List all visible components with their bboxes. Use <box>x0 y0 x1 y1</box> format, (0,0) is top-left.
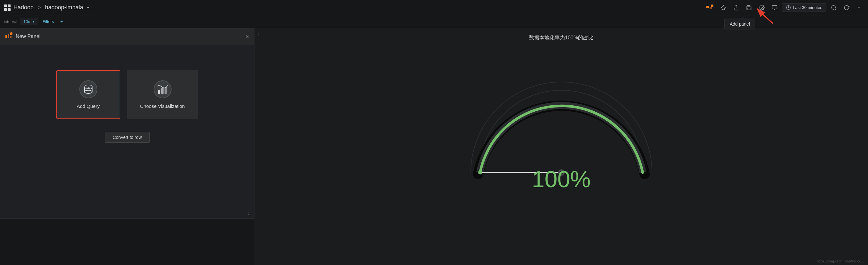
svg-rect-5 <box>710 7 712 9</box>
time-label: Last 30 minutes <box>793 5 822 10</box>
top-nav: Hadoop > hadoop-impala ▾ + <box>0 0 868 16</box>
nav-separator: > <box>37 4 41 11</box>
convert-to-row-button[interactable]: Convert to row <box>105 132 150 143</box>
choose-visualization-label: Choose Visualization <box>140 104 185 109</box>
add-query-icon <box>80 80 97 98</box>
choose-visualization-option[interactable]: Choose Visualization <box>127 70 198 119</box>
new-panel-header: + New Panel × <box>0 28 254 45</box>
svg-point-25 <box>85 90 92 93</box>
add-query-option[interactable]: Add Query <box>56 70 120 119</box>
share-icon <box>733 5 739 10</box>
star-icon <box>720 5 726 10</box>
panel-header-icon: + <box>5 32 12 40</box>
svg-rect-20 <box>10 36 11 38</box>
star-button[interactable] <box>718 3 729 12</box>
interval-label: interval <box>4 19 17 24</box>
dashboard-dropdown-icon[interactable]: ▾ <box>87 5 89 10</box>
tooltip-text: Add panel <box>730 22 750 27</box>
svg-point-33 <box>478 171 482 174</box>
interval-button[interactable]: 10m ▾ <box>20 18 38 25</box>
add-panel-icon: + <box>706 4 713 11</box>
add-panel-button[interactable]: + <box>704 3 716 13</box>
svg-rect-18 <box>5 35 7 38</box>
svg-rect-27 <box>158 90 160 94</box>
svg-rect-4 <box>706 6 709 8</box>
new-panel-title-row: + New Panel <box>5 32 40 40</box>
svg-rect-0 <box>4 4 7 7</box>
interval-dropdown-icon: ▾ <box>33 20 35 24</box>
choose-visualization-icon <box>154 80 172 98</box>
resize-handle: ⋮ <box>246 210 251 216</box>
panel-options-row: Add Query Choose Visualization <box>56 70 198 119</box>
svg-rect-2 <box>4 8 7 11</box>
clock-icon <box>786 5 791 10</box>
gauge-panel-title: 数据本地化率为100%的占比 <box>529 35 593 41</box>
refresh-button[interactable] <box>841 3 852 12</box>
chevron-down-icon <box>857 5 862 10</box>
watermark: https://blog.csdn.net/Mrerlou... <box>817 259 864 263</box>
share-button[interactable] <box>731 3 742 12</box>
svg-text:+: + <box>712 5 713 7</box>
gauge-container: 100% <box>450 64 673 193</box>
svg-rect-1 <box>8 4 10 7</box>
nav-left: Hadoop > hadoop-impala ▾ <box>4 4 89 11</box>
svg-text:+: + <box>10 33 12 35</box>
add-filter-icon: + <box>61 19 63 24</box>
add-query-label: Add Query <box>77 104 100 109</box>
add-filter-button[interactable]: + <box>59 18 65 25</box>
new-panel-title: New Panel <box>16 34 40 39</box>
filters-button[interactable]: Filters <box>41 18 56 25</box>
interval-value: 10m <box>23 19 31 24</box>
svg-rect-19 <box>8 34 9 38</box>
nav-dashboard-name: hadoop-impala <box>45 4 83 11</box>
right-gauge-panel: i 数据本地化率为100%的占比 <box>254 28 868 265</box>
nav-logo <box>4 4 11 11</box>
time-picker-button[interactable]: Last 30 minutes <box>782 3 827 12</box>
nav-hadoop-label: Hadoop <box>13 4 34 11</box>
svg-point-15 <box>832 5 835 9</box>
refresh-icon <box>844 5 849 10</box>
svg-line-16 <box>835 9 836 9</box>
new-panel-body: Add Query Choose Visualization <box>0 45 254 155</box>
filters-label: Filters <box>42 19 54 24</box>
gauge-value: 100% <box>532 166 590 193</box>
search-button[interactable] <box>828 3 839 12</box>
add-panel-tooltip: Add panel <box>724 19 755 29</box>
panel-info-icon: i <box>258 31 259 36</box>
new-panel-dialog: + New Panel × <box>0 28 254 218</box>
search-icon <box>831 5 837 10</box>
grid-icon <box>4 4 11 11</box>
expand-button[interactable] <box>854 3 864 12</box>
close-panel-button[interactable]: × <box>245 33 249 40</box>
svg-rect-28 <box>161 88 163 94</box>
svg-marker-8 <box>721 5 726 9</box>
svg-rect-3 <box>8 8 10 11</box>
nav-right: + <box>704 3 864 13</box>
main-content: + New Panel × <box>0 28 868 265</box>
